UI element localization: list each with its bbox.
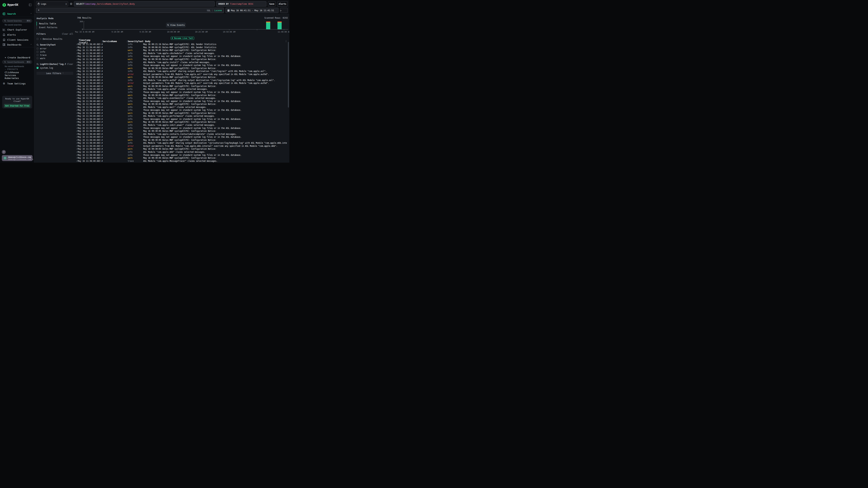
save-button[interactable]: Save	[268, 1, 276, 6]
row-expand-icon[interactable]: ❯	[75, 112, 78, 114]
presets-section[interactable]: ⌄ PRESETS	[0, 68, 34, 70]
table-row[interactable]: ❯May 16 11:38:40.683 AMinfoThose message…	[75, 127, 287, 130]
denoise-checkbox[interactable]	[36, 38, 38, 40]
create-dashboard-button[interactable]: + Create Dashboard	[0, 55, 34, 60]
resume-live-tail-button[interactable]: Resume Live Tail	[171, 37, 194, 40]
search-icon[interactable]	[36, 63, 39, 65]
table-row[interactable]: ❯May 16 11:38:40.683 AMinfoASL Module "c…	[75, 79, 287, 82]
row-expand-icon[interactable]: ❯	[75, 157, 78, 159]
lang-lucene-option[interactable]: Lucene	[214, 9, 222, 12]
sidebar-item-team-settings[interactable]: ⚙ Team Settings	[0, 81, 34, 86]
table-row[interactable]: ❯May 16 11:38:40.683 AMinfoMay 16 00:06:…	[75, 46, 287, 49]
sidebar-item-chart-explorer[interactable]: Chart Explorer	[0, 27, 34, 32]
table-row[interactable]: ❯May 16 11:38:40.683 AMwarnMay 16 00:30:…	[75, 121, 287, 124]
select-columns-input[interactable]: SELECT Timestamp, ServiceName, SeverityT…	[74, 1, 215, 6]
search-input[interactable]	[38, 9, 206, 12]
table-row[interactable]: ❯May 16 11:38:40.683 AMinfoThose message…	[75, 64, 287, 67]
filter-option-warn[interactable]: warn	[36, 57, 73, 60]
table-row[interactable]: ❯May 16 11:38:40.683 AMerrorOutput param…	[75, 73, 287, 76]
table-row[interactable]: ❯May 16 11:38:40.683 AMwarnMay 16 00:30:…	[75, 67, 287, 70]
row-expand-icon[interactable]: ❯	[75, 64, 78, 66]
row-expand-icon[interactable]: ❯	[75, 55, 78, 57]
row-expand-icon[interactable]: ❯	[75, 121, 78, 123]
table-row[interactable]: ❯May 16 11:38:40.683 AMinfoThose message…	[75, 135, 287, 139]
checkbox[interactable]	[36, 47, 38, 50]
sidebar-item-dashboards[interactable]: Dashboards ⌃	[0, 42, 34, 47]
column-resize-handle[interactable]: ⋮	[101, 40, 102, 42]
user-menu[interactable]: D demos@clickhouse.com demos@clickhouse.…	[2, 155, 33, 161]
preset-services[interactable]: Services	[0, 74, 34, 77]
sidebar-item-search[interactable]: Search ⌃	[0, 11, 34, 16]
table-row[interactable]: ❯May 16 11:38:40.683 AMinfoASL Module "c…	[75, 88, 287, 91]
table-row[interactable]: ❯May 16 11:38:40.683 AMinfoASL Module "c…	[75, 52, 287, 55]
row-expand-icon[interactable]: ❯	[75, 88, 78, 90]
saved-dashboards-input[interactable]: Saved Dashboards ⌘ K	[2, 60, 32, 64]
clear-all-button[interactable]: Clear all	[62, 33, 73, 35]
checkbox[interactable]	[36, 57, 38, 59]
table-row[interactable]: ❯May 16 11:38:40.683 AMinfoASL Module "c…	[75, 70, 287, 73]
row-expand-icon[interactable]: ❯	[75, 133, 78, 135]
sidebar-item-client-sessions[interactable]: Client Sessions	[0, 37, 34, 42]
row-expand-icon[interactable]: ❯	[75, 94, 78, 96]
table-row[interactable]: ❯May 16 11:38:40.683 AMerrorOutput param…	[75, 144, 287, 148]
row-expand-icon[interactable]: ❯	[75, 82, 78, 84]
row-expand-icon[interactable]: ❯	[75, 154, 78, 156]
table-row[interactable]: ❯May 16 11:38:40.683 AMwarnMay 16 00:30:…	[75, 103, 287, 106]
column-header-severitytext[interactable]: SeverityText	[128, 40, 144, 43]
row-expand-icon[interactable]: ❯	[75, 43, 78, 45]
table-row[interactable]: ❯May 16 11:38:40.683 AMinfoASL Module "c…	[75, 151, 287, 154]
filter-option-system.log[interactable]: system.log	[36, 66, 73, 69]
row-expand-icon[interactable]: ❯	[75, 70, 78, 72]
row-expand-icon[interactable]: ❯	[75, 103, 78, 105]
row-expand-icon[interactable]: ❯	[75, 145, 78, 147]
order-by-input[interactable]: ORDER BY TimestampTime DESC	[216, 1, 267, 6]
filter-option-trace[interactable]: trace	[36, 54, 73, 57]
preset-kubernetes[interactable]: Kubernetes	[0, 77, 34, 79]
saved-searches-input[interactable]: Saved Searches ⌘ K	[2, 19, 32, 23]
row-expand-icon[interactable]: ❯	[75, 46, 78, 48]
logattr-clear-button[interactable]: Clear	[67, 63, 73, 65]
help-button[interactable]: ?	[2, 150, 6, 154]
denoise-results-option[interactable]: ◔ Denoise Results	[36, 37, 73, 40]
row-expand-icon[interactable]: ❯	[75, 85, 78, 87]
table-row[interactable]: ❯May 16 11:38:40.683 AMinfoASL Module "c…	[75, 105, 287, 109]
lang-sql-option[interactable]: SQL	[207, 9, 211, 12]
filter-option-error[interactable]: error	[36, 47, 73, 50]
row-expand-icon[interactable]: ❯	[75, 50, 78, 51]
row-expand-icon[interactable]: ❯	[75, 61, 78, 63]
table-row[interactable]: ❯May 16 11:38:40.683 AMwarnMay 16 00:30:…	[75, 139, 287, 142]
filter-option-info[interactable]: info	[36, 50, 73, 53]
row-expand-icon[interactable]: ❯	[75, 148, 78, 150]
column-header-servicename[interactable]: ServiceName	[102, 40, 126, 43]
table-row[interactable]: ❯May 16 11:38:40.683 AMinfoASL Module "c…	[75, 124, 287, 127]
table-row[interactable]: ❯May 16 11:38:40.683 AMinfoThose message…	[75, 100, 287, 103]
row-expand-icon[interactable]: ❯	[75, 160, 78, 162]
row-expand-icon[interactable]: ❯	[75, 130, 78, 132]
row-expand-icon[interactable]: ❯	[75, 76, 78, 78]
run-query-button[interactable]: ▷	[280, 8, 288, 13]
row-expand-icon[interactable]: ❯	[75, 106, 78, 108]
table-row[interactable]: ❯May 16 11:38:40.683 AMinfoASL Module "c…	[75, 141, 287, 144]
table-row[interactable]: ❯May 16 11:38:40.683 AMinfoThose message…	[75, 109, 287, 112]
table-row[interactable]: ❯May 16 11:38:40.683 AMinfoASL Module "c…	[75, 115, 287, 118]
row-expand-icon[interactable]: ❯	[75, 136, 78, 138]
checkbox[interactable]	[36, 67, 38, 69]
row-expand-icon[interactable]: ❯	[75, 100, 78, 102]
table-row[interactable]: ❯May 16 11:38:40.683 AMwarnMay 16 00:30:…	[75, 85, 287, 88]
row-expand-icon[interactable]: ❯	[75, 91, 78, 93]
chevron-up-icon[interactable]: ⌃	[31, 13, 32, 15]
preset-clickhouse[interactable]: Clickhouse	[0, 71, 34, 74]
table-row[interactable]: ❯May 16 11:38:40.683 AMinfoASL Module "c…	[75, 61, 287, 64]
column-header-body[interactable]: Body	[145, 40, 151, 43]
column-resize-handle[interactable]: ⋮	[126, 40, 128, 42]
analysis-mode-results-table[interactable]: Results Table	[36, 22, 73, 26]
chevron-up-icon[interactable]: ⌃	[31, 44, 32, 46]
row-expand-icon[interactable]: ❯	[75, 115, 78, 117]
checkbox[interactable]	[36, 51, 38, 53]
table-row[interactable]: ❯May 16 11:38:40.683 AMwarnMay 16 00:30:…	[75, 148, 287, 151]
table-row[interactable]: ❯May 16 11:38:40.683 AMinfoThose message…	[75, 118, 287, 121]
view-events-button[interactable]: View Events	[166, 23, 186, 28]
checkbox[interactable]	[36, 54, 38, 56]
table-row[interactable]: ❯May 16 11:38:40.683 AMwarnMay 16 00:30:…	[75, 94, 287, 97]
row-expand-icon[interactable]: ❯	[75, 142, 78, 144]
